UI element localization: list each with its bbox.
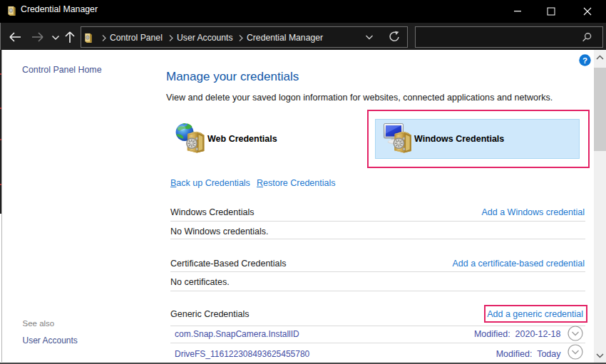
svg-text:?: ?	[582, 56, 587, 65]
